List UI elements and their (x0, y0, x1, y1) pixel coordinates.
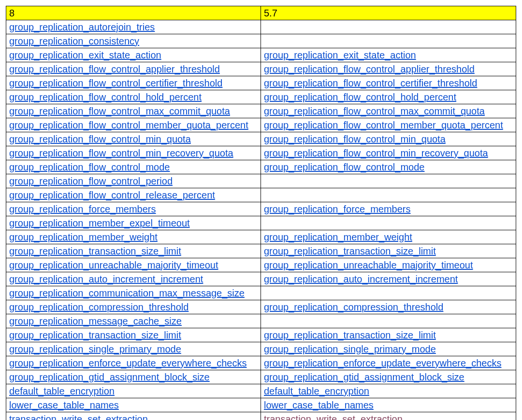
cell-version-8: group_replication_member_expel_timeout (6, 216, 261, 230)
sysvar-link[interactable]: default_table_encryption (264, 386, 369, 396)
table-row: group_replication_compression_thresholdg… (6, 300, 516, 314)
sysvar-link[interactable]: default_table_encryption (9, 386, 115, 396)
cell-version-8: group_replication_flow_control_mode (6, 160, 261, 174)
cell-version-8: group_replication_force_members (6, 202, 261, 216)
cell-version-57 (261, 20, 516, 34)
cell-version-57: transaction_write_set_extraction (261, 412, 516, 420)
table-row: lower_case_table_nameslower_case_table_n… (6, 398, 516, 412)
table-row: group_replication_flow_control_period (6, 174, 516, 188)
sysvar-link[interactable]: group_replication_compression_threshold (9, 302, 188, 312)
sysvar-link[interactable]: group_replication_flow_control_min_quota (9, 134, 191, 144)
table-row: group_replication_flow_control_member_qu… (6, 118, 516, 132)
sysvar-link[interactable]: group_replication_flow_control_mode (264, 162, 424, 172)
table-row: group_replication_autorejoin_tries (6, 20, 516, 34)
sysvar-link[interactable]: group_replication_member_expel_timeout (9, 218, 190, 228)
sysvar-link[interactable]: group_replication_flow_control_certifier… (9, 78, 222, 88)
cell-version-8: group_replication_flow_control_min_quota (6, 132, 261, 146)
cell-version-57 (261, 34, 516, 48)
sysvar-link[interactable]: transaction_write_set_extraction (9, 414, 148, 420)
sysvar-link[interactable]: group_replication_flow_control_hold_perc… (9, 92, 202, 102)
sysvar-link[interactable]: group_replication_communication_max_mess… (9, 288, 245, 298)
sysvar-link[interactable]: group_replication_flow_control_applier_t… (264, 64, 475, 74)
cell-version-57: group_replication_flow_control_applier_t… (261, 62, 516, 76)
cell-version-8: group_replication_consistency (6, 34, 261, 48)
sysvar-link[interactable]: group_replication_member_weight (264, 232, 412, 242)
sysvar-link[interactable]: group_replication_flow_control_max_commi… (264, 106, 485, 116)
sysvar-link[interactable]: group_replication_transaction_size_limit (264, 246, 436, 256)
cell-version-8: group_replication_flow_control_member_qu… (6, 118, 261, 132)
cell-version-57 (261, 174, 516, 188)
sysvar-link[interactable]: group_replication_member_weight (9, 232, 158, 242)
cell-version-8: transaction_write_set_extraction (6, 412, 261, 420)
sysvar-link[interactable]: group_replication_flow_control_mode (9, 162, 170, 172)
table-row: group_replication_flow_control_max_commi… (6, 104, 516, 118)
header-col-57: 5.7 (261, 6, 516, 20)
sysvar-link[interactable]: group_replication_single_primary_mode (264, 344, 436, 354)
table-row: group_replication_gtid_assignment_block_… (6, 370, 516, 384)
cell-version-57: group_replication_single_primary_mode (261, 342, 516, 356)
sysvar-link[interactable]: group_replication_flow_control_hold_perc… (264, 92, 456, 102)
header-col-8: 8 (6, 6, 261, 20)
table-row: group_replication_enforce_update_everywh… (6, 356, 516, 370)
sysvar-link[interactable]: group_replication_exit_state_action (264, 50, 416, 60)
cell-version-57: group_replication_gtid_assignment_block_… (261, 370, 516, 384)
sysvar-link[interactable]: group_replication_gtid_assignment_block_… (264, 372, 464, 382)
sysvar-link[interactable]: group_replication_flow_control_member_qu… (9, 120, 248, 130)
cell-version-8: group_replication_flow_control_max_commi… (6, 104, 261, 118)
cell-version-57 (261, 216, 516, 230)
sysvar-link[interactable]: group_replication_transaction_size_limit (9, 246, 181, 256)
cell-version-8: group_replication_member_weight (6, 230, 261, 244)
sysvar-link[interactable]: transaction_write_set_extraction (264, 414, 403, 420)
sysvar-link[interactable]: group_replication_unreachable_majority_t… (9, 260, 218, 270)
sysvar-link[interactable]: group_replication_force_members (264, 204, 411, 214)
sysvar-link[interactable]: group_replication_enforce_update_everywh… (9, 358, 246, 368)
sysvar-link[interactable]: group_replication_single_primary_mode (9, 344, 181, 354)
sysvar-link[interactable]: group_replication_force_members (9, 204, 156, 214)
cell-version-8: group_replication_flow_control_period (6, 174, 261, 188)
sysvar-link[interactable]: group_replication_enforce_update_everywh… (264, 358, 501, 368)
sysvar-link[interactable]: group_replication_auto_increment_increme… (264, 274, 458, 284)
sysvar-link[interactable]: group_replication_auto_increment_increme… (9, 274, 203, 284)
cell-version-57 (261, 286, 516, 300)
sysvar-link[interactable]: group_replication_flow_control_period (9, 176, 173, 186)
sysvar-link[interactable]: group_replication_consistency (9, 36, 139, 46)
sysvar-link[interactable]: group_replication_autorejoin_tries (9, 22, 155, 32)
table-row: group_replication_force_membersgroup_rep… (6, 202, 516, 216)
cell-version-8: group_replication_flow_control_hold_perc… (6, 90, 261, 104)
cell-version-57: group_replication_flow_control_min_quota (261, 132, 516, 146)
cell-version-8: group_replication_flow_control_release_p… (6, 188, 261, 202)
cell-version-57: group_replication_member_weight (261, 230, 516, 244)
sysvar-link[interactable]: group_replication_flow_control_min_recov… (264, 148, 488, 158)
cell-version-57: group_replication_flow_control_mode (261, 160, 516, 174)
sysvar-link[interactable]: group_replication_flow_control_min_recov… (9, 148, 233, 158)
sysvar-link[interactable]: group_replication_message_cache_size (9, 316, 182, 326)
cell-version-8: group_replication_message_cache_size (6, 314, 261, 328)
sysvar-link[interactable]: group_replication_flow_control_max_commi… (9, 106, 230, 116)
table-row: group_replication_unreachable_majority_t… (6, 258, 516, 272)
table-row: group_replication_auto_increment_increme… (6, 272, 516, 286)
sysvar-link[interactable]: group_replication_gtid_assignment_block_… (9, 372, 210, 382)
sysvar-link[interactable]: group_replication_flow_control_member_qu… (264, 120, 503, 130)
sysvar-link[interactable]: group_replication_compression_threshold (264, 302, 443, 312)
cell-version-57: group_replication_auto_increment_increme… (261, 272, 516, 286)
sysvar-link[interactable]: group_replication_flow_control_applier_t… (9, 64, 220, 74)
sysvar-link[interactable]: group_replication_flow_control_release_p… (9, 190, 215, 200)
sysvar-link[interactable]: group_replication_transaction_size_limit (9, 330, 181, 340)
cell-version-8: group_replication_single_primary_mode (6, 342, 261, 356)
sysvar-link[interactable]: group_replication_exit_state_action (9, 50, 161, 60)
cell-version-8: group_replication_flow_control_certifier… (6, 76, 261, 90)
comparison-table: 8 5.7 group_replication_autorejoin_tries… (6, 6, 516, 420)
sysvar-link[interactable]: group_replication_transaction_size_limit (264, 330, 436, 340)
table-row: group_replication_consistency (6, 34, 516, 48)
sysvar-link[interactable]: lower_case_table_names (264, 400, 374, 410)
table-row: group_replication_single_primary_modegro… (6, 342, 516, 356)
sysvar-link[interactable]: group_replication_unreachable_majority_t… (264, 260, 473, 270)
sysvar-link[interactable]: group_replication_flow_control_certifier… (264, 78, 477, 88)
cell-version-57 (261, 314, 516, 328)
table-header-row: 8 5.7 (6, 6, 516, 20)
table-row: group_replication_flow_control_modegroup… (6, 160, 516, 174)
sysvar-link[interactable]: lower_case_table_names (9, 400, 119, 410)
cell-version-57: group_replication_unreachable_majority_t… (261, 258, 516, 272)
sysvar-link[interactable]: group_replication_flow_control_min_quota (264, 134, 446, 144)
cell-version-8: group_replication_enforce_update_everywh… (6, 356, 261, 370)
